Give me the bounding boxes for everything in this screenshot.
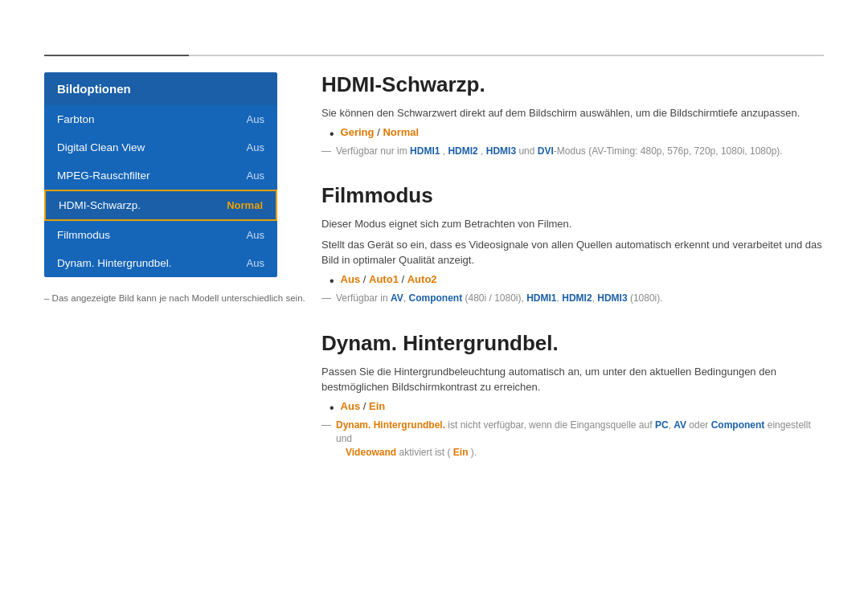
sidebar-item-hdmi-schwarzp[interactable]: HDMI-Schwarzp.Normal bbox=[44, 190, 277, 221]
bullet-hdmi-values: • Gering / Normal bbox=[330, 126, 824, 141]
sidebar-item-value-farbton: Aus bbox=[247, 113, 264, 125]
sidebar-item-filmmodus[interactable]: FilmmodusAus bbox=[44, 221, 277, 249]
dynam-videowand-wrap: Videowand aktiviert ist ( Ein ). bbox=[346, 447, 477, 458]
main-content: HDMI-Schwarzp. Sie können den Schwarzwer… bbox=[321, 72, 824, 485]
film-sep1: / bbox=[363, 273, 369, 285]
hdmi1-label: HDMI1 bbox=[410, 145, 440, 157]
section-hdmi-schwarzp: HDMI-Schwarzp. Sie können den Schwarzwer… bbox=[321, 72, 824, 157]
dynam-ein2: Ein bbox=[453, 447, 469, 458]
bullet-film-values: • Aus / Auto1 / Auto2 bbox=[330, 273, 824, 288]
sidebar-item-farbton[interactable]: FarbtonAus bbox=[44, 105, 277, 133]
dynam-sep: / bbox=[363, 400, 369, 412]
section-filmmodus: Filmmodus Dieser Modus eignet sich zum B… bbox=[321, 183, 824, 304]
section-dynam: Dynam. Hintergrundbel. Passen Sie die Hi… bbox=[321, 331, 824, 460]
dynam-bold-title: Dynam. Hintergrundbel. bbox=[336, 419, 445, 431]
dynam-note-mid: ist nicht verfügbar, wenn die Eingangsqu… bbox=[448, 419, 655, 431]
note-dash-dynam: — bbox=[321, 419, 331, 432]
film-hdmi1: HDMI1 bbox=[526, 292, 556, 304]
hdmi3-label: HDMI3 bbox=[486, 145, 516, 157]
sidebar-item-dynam-hintergrundbel[interactable]: Dynam. Hintergrundbel.Aus bbox=[44, 249, 277, 277]
dynam-end: ). bbox=[471, 447, 477, 458]
dynam-videowand: Videowand bbox=[346, 447, 396, 458]
sidebar-item-label-digital-clean-view: Digital Clean View bbox=[57, 141, 145, 153]
sidebar-note: – Das angezeigte Bild kann je nach Model… bbox=[44, 293, 305, 303]
dynam-pc: PC bbox=[655, 419, 669, 431]
film-component: Component bbox=[409, 292, 463, 304]
sidebar-item-value-digital-clean-view: Aus bbox=[247, 141, 264, 153]
bullet-dot-dynam: • bbox=[330, 400, 334, 415]
dynam-note-text: Dynam. Hintergrundbel. ist nicht verfügb… bbox=[336, 419, 824, 459]
sidebar-item-mpeg-rauschfilter[interactable]: MPEG-RauschfilterAus bbox=[44, 161, 277, 190]
section-desc-film1: Dieser Modus eignet sich zum Betrachten … bbox=[321, 216, 824, 232]
film-hdmi3: HDMI3 bbox=[597, 292, 627, 304]
bullet-dot-film: • bbox=[330, 273, 334, 288]
dynam-oder: oder bbox=[689, 419, 710, 431]
sidebar-item-value-filmmodus: Aus bbox=[247, 229, 264, 241]
top-divider bbox=[44, 55, 824, 56]
dynam-ein: Ein bbox=[369, 400, 385, 412]
dynam-bullet-text: Aus / Ein bbox=[341, 400, 386, 412]
sidebar-item-value-dynam-hintergrundbel: Aus bbox=[247, 257, 264, 269]
film-bullet-text: Aus / Auto1 / Auto2 bbox=[341, 273, 437, 285]
sidebar-item-label-hdmi-schwarzp: HDMI-Schwarzp. bbox=[59, 199, 141, 211]
hdmi2-label: HDMI2 bbox=[448, 145, 477, 157]
section-title-dynam: Dynam. Hintergrundbel. bbox=[321, 331, 824, 356]
film-av: AV bbox=[391, 292, 403, 304]
dynam-note: — Dynam. Hintergrundbel. ist nicht verfü… bbox=[321, 419, 824, 459]
note-dash-film: — bbox=[321, 292, 331, 305]
film-auto2: Auto2 bbox=[407, 273, 437, 285]
dynam-component: Component bbox=[711, 419, 765, 431]
section-desc-hdmi: Sie können den Schwarzwert direkt auf de… bbox=[321, 105, 824, 121]
sidebar-item-value-hdmi-schwarzp: Normal bbox=[227, 199, 263, 211]
hdmi-bullet-text: Gering / Normal bbox=[341, 126, 420, 138]
hdmi-note: — Verfügbar nur im HDMI1 , HDMI2 , HDMI3… bbox=[321, 145, 824, 158]
film-hdmi2: HDMI2 bbox=[562, 292, 592, 304]
section-desc-film2: Stellt das Gerät so ein, dass es Videosi… bbox=[321, 237, 824, 268]
sidebar-item-label-mpeg-rauschfilter: MPEG-Rauschfilter bbox=[57, 170, 150, 182]
sidebar-item-value-mpeg-rauschfilter: Aus bbox=[247, 170, 264, 182]
note-dash: — bbox=[321, 145, 331, 158]
bullet-dynam-values: • Aus / Ein bbox=[330, 400, 824, 415]
sidebar-header: Bildoptionen bbox=[44, 72, 277, 105]
film-aus: Aus bbox=[341, 273, 361, 285]
film-sep2: / bbox=[402, 273, 407, 285]
dynam-aktiviert: aktiviert ist ( bbox=[399, 447, 450, 458]
sidebar-item-label-filmmodus: Filmmodus bbox=[57, 229, 110, 241]
section-title-film: Filmmodus bbox=[321, 183, 824, 208]
dynam-aus: Aus bbox=[341, 400, 361, 412]
film-auto1: Auto1 bbox=[369, 273, 399, 285]
sidebar-item-digital-clean-view[interactable]: Digital Clean ViewAus bbox=[44, 133, 277, 161]
hdmi-gering: Gering bbox=[341, 126, 375, 138]
sidebar-item-label-farbton: Farbton bbox=[57, 113, 95, 125]
bullet-dot: • bbox=[330, 126, 334, 141]
dynam-av: AV bbox=[674, 419, 686, 431]
dvi-label: DVI bbox=[538, 145, 554, 157]
sidebar: Bildoptionen FarbtonAusDigital Clean Vie… bbox=[44, 72, 277, 277]
sidebar-item-label-dynam-hintergrundbel: Dynam. Hintergrundbel. bbox=[57, 257, 172, 269]
section-title-hdmi: HDMI-Schwarzp. bbox=[321, 72, 824, 97]
film-note-text: Verfügbar in AV, Component (480i / 1080i… bbox=[336, 292, 663, 305]
hdmi-note-text: Verfügbar nur im HDMI1 , HDMI2 , HDMI3 u… bbox=[336, 145, 783, 158]
film-note: — Verfügbar in AV, Component (480i / 108… bbox=[321, 292, 824, 305]
section-desc-dynam: Passen Sie die Hintergrundbeleuchtung au… bbox=[321, 364, 824, 395]
hdmi-normal: Normal bbox=[383, 126, 419, 138]
